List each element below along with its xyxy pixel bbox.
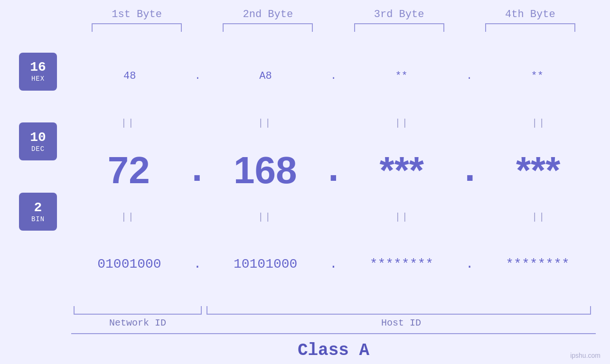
byte-headers-row: 1st Byte 2nd Byte 3rd Byte 4th Byte [0, 0, 610, 20]
hex-byte-2: A8 [213, 70, 318, 82]
dec-dot-3: . [465, 149, 475, 187]
dec-byte-2: 168 [213, 149, 318, 192]
hex-dot-1: . [195, 70, 201, 82]
eq1-1: || [76, 118, 180, 129]
eq1-2: || [213, 118, 317, 129]
bin-byte-4: ******** [486, 257, 590, 271]
bin-badge: 2 BIN [19, 193, 57, 231]
watermark: ipshu.com [570, 352, 601, 359]
equals-row-2: || || || || [71, 210, 596, 224]
hex-dot-3: . [466, 70, 472, 82]
dec-badge-num: 10 [30, 131, 46, 145]
main-grid: 16 HEX 10 DEC 2 BIN 48 . A8 . ** . ** [0, 37, 610, 304]
hex-dot-2: . [330, 70, 337, 82]
class-bracket-line [71, 333, 596, 334]
data-area: 48 . A8 . ** . ** || || || || 72 [71, 37, 596, 304]
dec-row: 72 . 168 . *** . *** [71, 131, 596, 210]
bracket-4 [485, 23, 575, 32]
bracket-1 [92, 23, 182, 32]
bin-badge-label: BIN [31, 215, 45, 223]
bracket-3 [354, 23, 444, 32]
byte-header-1: 1st Byte [84, 9, 189, 20]
bin-dot-1: . [193, 257, 201, 271]
network-id-label: Network ID [71, 317, 204, 328]
hex-badge: 16 HEX [19, 53, 57, 91]
bin-byte-2: 10101000 [213, 257, 318, 271]
dec-byte-4: *** [486, 149, 591, 192]
badges-column: 16 HEX 10 DEC 2 BIN [19, 37, 71, 304]
equals-row-1: || || || || [71, 116, 596, 131]
byte-header-4: 4th Byte [478, 9, 582, 20]
header-bracket-row [0, 23, 610, 32]
id-brackets-row [71, 306, 596, 315]
hex-byte-4: ** [485, 70, 590, 82]
hex-badge-num: 16 [30, 60, 46, 75]
bin-row: 01001000 . 10101000 . ******** . *******… [71, 224, 596, 304]
id-labels-row: Network ID Host ID [71, 317, 596, 328]
network-bracket [74, 306, 202, 315]
bin-dot-3: . [466, 257, 474, 271]
dec-byte-3: *** [349, 149, 454, 192]
hex-byte-1: 48 [77, 70, 182, 82]
eq2-4: || [487, 212, 591, 223]
bin-badge-num: 2 [34, 201, 42, 215]
dec-byte-1: 72 [76, 149, 181, 192]
eq2-3: || [350, 212, 454, 223]
eq2-2: || [213, 212, 317, 223]
class-row: Class A [0, 333, 610, 364]
bin-dot-2: . [329, 257, 338, 271]
eq1-3: || [350, 118, 454, 129]
class-label: Class A [71, 337, 596, 364]
bottom-section: Network ID Host ID [0, 306, 610, 328]
hex-byte-3: ** [349, 70, 454, 82]
host-id-label: Host ID [209, 317, 593, 328]
bracket-2 [223, 23, 313, 32]
eq2-1: || [76, 212, 180, 223]
hex-row: 48 . A8 . ** . ** [71, 37, 596, 116]
byte-header-2: 2nd Byte [216, 9, 320, 20]
host-bracket [206, 306, 591, 315]
hex-badge-label: HEX [31, 75, 45, 83]
bin-byte-3: ******** [349, 257, 454, 271]
dec-badge: 10 DEC [19, 122, 57, 160]
dec-badge-label: DEC [31, 145, 45, 153]
bin-byte-1: 01001000 [77, 257, 181, 271]
main-container: 1st Byte 2nd Byte 3rd Byte 4th Byte 16 H… [0, 0, 610, 364]
dec-dot-2: . [328, 149, 338, 187]
dec-dot-1: . [192, 149, 202, 187]
byte-header-3: 3rd Byte [347, 9, 451, 20]
eq1-4: || [487, 118, 591, 129]
